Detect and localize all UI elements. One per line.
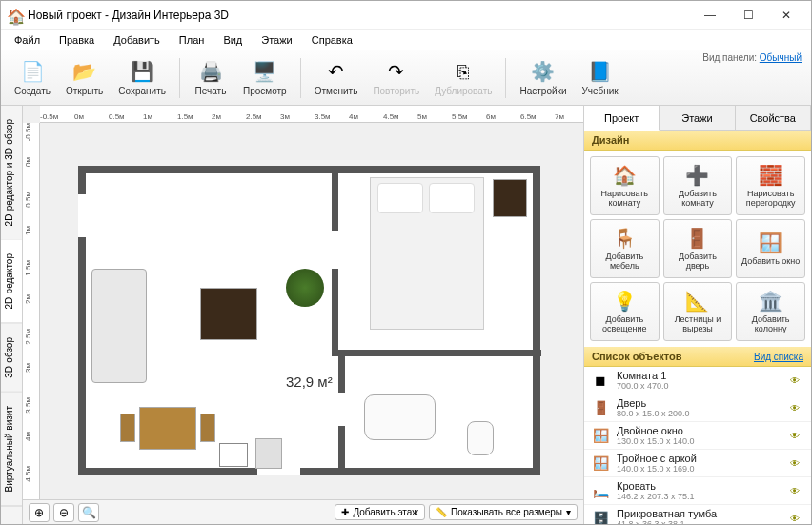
- object-item[interactable]: 🚪Дверь80.0 x 15.0 x 200.0👁: [584, 394, 811, 422]
- save-button[interactable]: 💾Сохранить: [112, 57, 172, 98]
- object-item[interactable]: 🪟Тройное с аркой140.0 x 15.0 x 169.0👁: [584, 450, 811, 477]
- add-door-button[interactable]: 🚪Добавить дверь: [663, 219, 733, 278]
- menu-Правка[interactable]: Правка: [50, 31, 104, 49]
- object-icon: ◼: [590, 370, 611, 391]
- chair[interactable]: [200, 414, 215, 442]
- add-light-button[interactable]: 💡Добавить освещение: [590, 282, 660, 341]
- right-tab-Свойства[interactable]: Свойства: [736, 106, 811, 130]
- dining-table[interactable]: [139, 407, 196, 450]
- print-button[interactable]: 🖨️Печать: [188, 57, 233, 98]
- settings-icon: ⚙️: [531, 59, 556, 84]
- design-grid: 🏠Нарисовать комнату➕Добавить комнату🧱Нар…: [584, 151, 811, 347]
- side-tab-3[interactable]: 2D-редактор и 3D-обзор: [1, 106, 22, 240]
- nightstand[interactable]: [493, 179, 527, 217]
- add-furniture-icon: 🪑: [612, 226, 637, 251]
- object-item[interactable]: 🪟Двойное окно130.0 x 15.0 x 140.0👁: [584, 422, 811, 450]
- add-floor-button[interactable]: ✚Добавить этаж: [335, 504, 425, 520]
- minimize-button[interactable]: —: [691, 2, 729, 29]
- visibility-icon[interactable]: 👁: [790, 486, 805, 496]
- side-tab-2[interactable]: 2D-редактор: [1, 240, 22, 324]
- view-icon: 🖥️: [253, 59, 277, 84]
- draw-room-button[interactable]: 🏠Нарисовать комнату: [590, 156, 660, 215]
- menu-Добавить[interactable]: Добавить: [104, 31, 170, 49]
- print-icon: 🖨️: [198, 59, 223, 84]
- plant[interactable]: [286, 269, 324, 307]
- right-tab-Проект[interactable]: Проект: [584, 106, 660, 131]
- door-opening[interactable]: [338, 393, 345, 426]
- pillow: [429, 183, 475, 213]
- visibility-icon[interactable]: 👁: [790, 514, 805, 524]
- visibility-icon[interactable]: 👁: [790, 458, 805, 469]
- add-column-button[interactable]: 🏛️Добавить колонну: [736, 282, 805, 341]
- right-tab-Этажи[interactable]: Этажи: [660, 106, 735, 130]
- tv-unit[interactable]: [200, 288, 257, 340]
- create-button[interactable]: 📄Создать: [9, 57, 56, 98]
- menu-Файл[interactable]: Файл: [5, 31, 50, 49]
- draw-partition-icon: 🧱: [759, 163, 783, 188]
- object-item[interactable]: 🗄️Прикроватная тумба41.8 x 36.3 x 38.1👁: [584, 505, 811, 524]
- bottom-bar: ⊕ ⊖ 🔍 ✚Добавить этаж 📏Показывать все раз…: [23, 499, 583, 524]
- duplicate-icon: ⎘: [451, 59, 476, 84]
- design-section-header: Дизайн: [584, 131, 811, 151]
- side-tabs: 2D-редактор и 3D-обзор2D-редактор3D-обзо…: [1, 106, 23, 524]
- zoom-fit-button[interactable]: 🔍: [78, 503, 99, 522]
- object-item[interactable]: 🛏️Кровать146.2 x 207.3 x 75.1👁: [584, 477, 811, 505]
- stove[interactable]: [219, 443, 248, 467]
- view-mode-label: Вид панели: Обычный: [702, 52, 802, 63]
- interior-wall[interactable]: [332, 350, 541, 356]
- zoom-in-button[interactable]: ⊕: [29, 503, 50, 522]
- duplicate-button: ⎘Дублировать: [429, 57, 497, 98]
- add-light-icon: 💡: [612, 289, 637, 313]
- redo-icon: ↷: [384, 59, 409, 84]
- add-room-icon: ➕: [685, 163, 710, 188]
- view-mode-link[interactable]: Обычный: [760, 52, 802, 63]
- menu-Вид[interactable]: Вид: [213, 31, 252, 49]
- add-furniture-button[interactable]: 🪑Добавить мебель: [590, 219, 660, 278]
- right-panel: ПроектЭтажиСвойства Дизайн 🏠Нарисовать к…: [583, 106, 811, 524]
- object-item[interactable]: ◼Комната 1700.0 x 470.0👁: [584, 367, 811, 394]
- side-tab-0[interactable]: Виртуальный визит: [1, 393, 22, 507]
- ruler-horizontal: -0.5м0м0.5м1м1.5м2м2.5м3м3.5м4м4.5м5м5.5…: [40, 106, 583, 123]
- zoom-out-button[interactable]: ⊖: [53, 503, 74, 522]
- titlebar: 🏠 Новый проект - Дизайн Интерьера 3D — ☐…: [1, 1, 811, 30]
- menu-Этажи[interactable]: Этажи: [252, 31, 301, 49]
- close-button[interactable]: ✕: [767, 2, 805, 29]
- open-button[interactable]: 📂Открыть: [60, 57, 109, 98]
- add-door-icon: 🚪: [685, 226, 710, 251]
- settings-button[interactable]: ⚙️Настройки: [514, 57, 572, 98]
- visibility-icon[interactable]: 👁: [790, 403, 805, 414]
- visibility-icon[interactable]: 👁: [790, 431, 805, 441]
- draw-partition-button[interactable]: 🧱Нарисовать перегородку: [736, 156, 805, 215]
- menu-План[interactable]: План: [170, 31, 214, 49]
- sofa[interactable]: [91, 269, 147, 383]
- list-view-link[interactable]: Вид списка: [754, 352, 803, 362]
- visibility-icon[interactable]: 👁: [790, 375, 805, 386]
- maximize-button[interactable]: ☐: [729, 2, 767, 29]
- chair[interactable]: [120, 414, 135, 442]
- window-opening[interactable]: [78, 194, 86, 237]
- canvas-2d[interactable]: 32,9 м²: [40, 123, 583, 499]
- object-list: ◼Комната 1700.0 x 470.0👁🚪Дверь80.0 x 15.…: [584, 367, 811, 524]
- fridge[interactable]: [255, 438, 282, 469]
- door-opening[interactable]: [332, 231, 338, 269]
- pillow: [377, 183, 423, 213]
- menubar: ФайлПравкаДобавитьПланВидЭтажиСправка: [1, 30, 811, 50]
- floorplan[interactable]: 32,9 м²: [78, 166, 540, 475]
- stairs-button[interactable]: 📐Лестницы и вырезы: [663, 282, 733, 341]
- undo-button[interactable]: ↶Отменить: [309, 57, 364, 98]
- show-all-dims-button[interactable]: 📏Показывать все размеры▾: [429, 504, 578, 520]
- stairs-icon: 📐: [685, 289, 710, 313]
- side-tab-1[interactable]: 3D-обзор: [1, 324, 22, 393]
- menu-Справка[interactable]: Справка: [302, 31, 362, 49]
- help-button[interactable]: 📘Учебник: [577, 57, 624, 98]
- view-button[interactable]: 🖥️Просмотр: [237, 57, 293, 98]
- object-icon: 🗄️: [590, 508, 611, 524]
- add-window-button[interactable]: 🪟Добавить окно: [736, 219, 805, 278]
- save-icon: 💾: [130, 59, 154, 84]
- create-icon: 📄: [20, 59, 45, 84]
- add-room-button[interactable]: ➕Добавить комнату: [663, 156, 733, 215]
- redo-button: ↷Повторить: [367, 57, 425, 98]
- toilet[interactable]: [467, 421, 494, 455]
- bathtub[interactable]: [364, 394, 436, 440]
- door-opening[interactable]: [257, 468, 300, 475]
